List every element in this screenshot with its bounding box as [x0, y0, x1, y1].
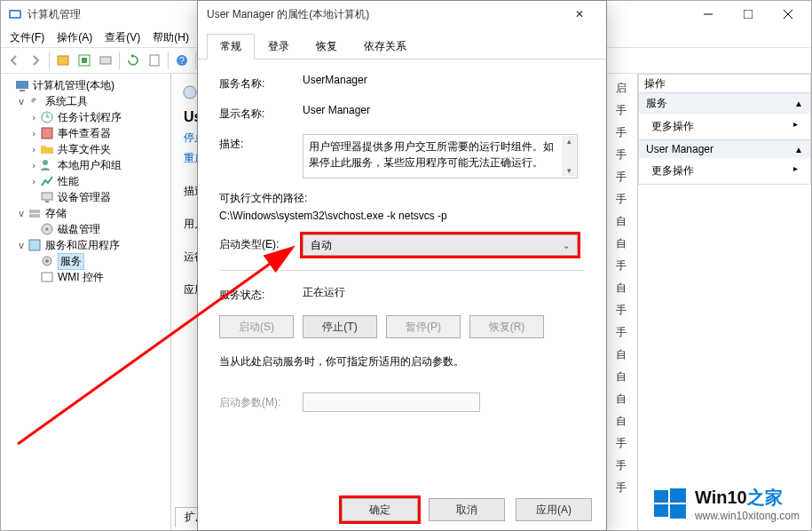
start-service-button: 启动(S) [219, 315, 294, 338]
svg-point-27 [45, 259, 49, 263]
close-button[interactable] [768, 2, 808, 27]
svg-rect-7 [150, 55, 159, 66]
svg-point-24 [46, 228, 49, 231]
tree-wmi[interactable]: WMI 控件 [58, 270, 104, 285]
storage-icon [28, 206, 42, 220]
svg-rect-33 [654, 504, 668, 517]
gear-icon [40, 254, 54, 268]
startup-type-select[interactable]: 自动 ⌄ [303, 234, 578, 256]
wmi-icon [40, 270, 54, 284]
app-icon [8, 7, 22, 21]
stop-service-button[interactable]: 停止(T) [303, 315, 377, 338]
tb-icon-2[interactable] [75, 51, 94, 70]
value-exec-path: C:\Windows\system32\svchost.exe -k netsv… [219, 210, 585, 222]
action-section-services[interactable]: 服务▲ [639, 93, 810, 114]
services-header-icon [182, 84, 198, 100]
forward-button[interactable] [26, 51, 45, 70]
back-button[interactable] [4, 51, 24, 70]
svg-point-29 [184, 86, 196, 99]
tab-general[interactable]: 常规 [207, 34, 255, 59]
svg-rect-14 [16, 81, 28, 89]
tab-dependencies[interactable]: 依存关系 [351, 34, 420, 59]
service-properties-dialog: User Manager 的属性(本地计算机) ✕ 常规 登录 恢复 依存关系 … [197, 0, 607, 531]
tree-system-tools[interactable]: 系统工具 [45, 94, 88, 109]
chevron-down-icon: ⌄ [563, 241, 570, 250]
action-pane: 操作 服务▲ 更多操作▸ User Manager▲ 更多操作▸ [638, 74, 811, 530]
services-apps-icon [28, 238, 42, 252]
disk-icon [40, 222, 54, 236]
value-service-name: UserManager [303, 74, 585, 86]
tab-recovery[interactable]: 恢复 [303, 34, 351, 59]
svg-rect-31 [654, 490, 668, 503]
svg-point-18 [43, 160, 48, 165]
svg-rect-19 [42, 193, 52, 200]
tb-icon-1[interactable] [53, 51, 73, 70]
svg-rect-20 [45, 201, 49, 202]
menu-action[interactable]: 操作(A) [51, 28, 98, 47]
tree-services-apps[interactable]: 服务和应用程序 [45, 238, 120, 253]
svg-text:?: ? [179, 56, 185, 66]
startup-type-value: 自动 [311, 238, 332, 253]
tree-services[interactable]: 服务 [58, 253, 84, 270]
ok-button[interactable]: 确定 [342, 498, 418, 521]
wrench-icon [28, 94, 42, 108]
event-icon [40, 126, 54, 140]
pause-service-button: 暂停(P) [386, 315, 461, 338]
perf-icon [40, 174, 54, 188]
tree-disk-mgmt[interactable]: 磁盘管理 [58, 222, 100, 237]
maximize-button[interactable] [728, 2, 768, 27]
collapse-icon: ▲ [794, 99, 803, 108]
tree-local-users[interactable]: 本地用户和组 [58, 158, 122, 173]
svg-rect-15 [20, 90, 25, 91]
action-section-usermanager[interactable]: User Manager▲ [639, 140, 810, 158]
start-params-input [303, 392, 480, 412]
menu-file[interactable]: 文件(F) [4, 28, 50, 47]
svg-rect-5 [82, 58, 87, 63]
tb-icon-3[interactable] [96, 51, 115, 70]
tree-task-scheduler[interactable]: 任务计划程序 [58, 110, 122, 125]
tree-performance[interactable]: 性能 [58, 174, 79, 189]
watermark: Win10之家 www.win10xitong.com [652, 486, 800, 522]
tab-logon[interactable]: 登录 [255, 34, 303, 59]
tree-device-manager[interactable]: 设备管理器 [58, 190, 111, 205]
params-note: 当从此处启动服务时，你可指定所适用的启动参数。 [219, 354, 585, 369]
dialog-close-button[interactable]: ✕ [562, 2, 597, 27]
collapse-icon: ▲ [794, 145, 803, 155]
value-display-name: User Manager [303, 104, 585, 116]
svg-rect-28 [42, 273, 52, 281]
svg-rect-21 [29, 210, 40, 213]
dialog-titlebar: User Manager 的属性(本地计算机) ✕ [198, 1, 606, 28]
action-more-1[interactable]: 更多操作▸ [639, 114, 810, 139]
apply-button[interactable]: 应用(A) [516, 498, 592, 521]
computer-icon [15, 78, 29, 92]
dialog-title: User Manager 的属性(本地计算机) [207, 7, 369, 22]
cancel-button[interactable]: 取消 [429, 498, 505, 521]
action-more-2[interactable]: 更多操作▸ [639, 158, 810, 184]
label-display-name: 显示名称: [219, 104, 303, 122]
svg-rect-25 [29, 240, 40, 250]
tree-shared-folders[interactable]: 共享文件夹 [58, 142, 111, 157]
watermark-url: www.win10xitong.com [695, 510, 800, 522]
tb-icon-5[interactable] [145, 51, 164, 70]
menu-help[interactable]: 帮助(H) [147, 28, 194, 47]
label-status: 服务状态: [219, 285, 303, 303]
action-header: 操作 [638, 74, 811, 93]
folder-icon [40, 142, 54, 156]
menu-view[interactable]: 查看(V) [99, 28, 146, 47]
tree-root[interactable]: 计算机管理(本地) [33, 78, 114, 93]
svg-rect-1 [11, 12, 20, 17]
resume-service-button: 恢复(R) [469, 315, 544, 338]
help-button[interactable]: ? [172, 51, 192, 70]
refresh-button[interactable] [123, 51, 143, 70]
label-startup-type: 启动类型(E): [219, 234, 303, 252]
scrollbar[interactable]: ▴▾ [562, 136, 576, 177]
label-description: 描述: [219, 134, 303, 152]
startup-type-column-slice: 启 手 手 手 手 手 自 自 手 自 手 手 自 自 自 自 手 手 手 [616, 75, 637, 530]
tree-storage[interactable]: 存储 [45, 206, 67, 221]
tree-event-viewer[interactable]: 事件查看器 [58, 126, 111, 141]
clock-icon [40, 110, 54, 124]
tree-pane: 计算机管理(本地) v系统工具 ›任务计划程序 ›事件查看器 ›共享文件夹 ›本… [1, 74, 171, 530]
description-box[interactable]: 用户管理器提供多用户交互所需要的运行时组件。如果停止此服务，某些应用程序可能无法… [303, 134, 578, 178]
minimize-button[interactable] [688, 2, 728, 27]
label-start-params: 启动参数(M): [219, 392, 303, 410]
